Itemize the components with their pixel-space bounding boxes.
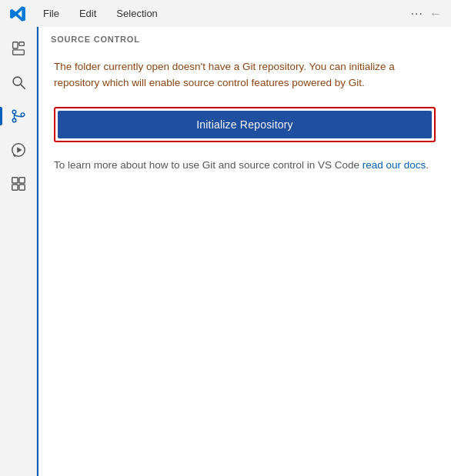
- activity-item-source-control[interactable]: [3, 101, 34, 131]
- learn-text-before: To learn more about how to use Git and s…: [54, 159, 362, 171]
- info-text: The folder currently open doesn't have a…: [54, 59, 436, 92]
- titlebar: File Edit Selection ··· ←: [0, 0, 451, 27]
- main-layout: SOURCE CONTROL The folder currently open…: [0, 27, 451, 476]
- titlebar-menu: File Edit Selection: [40, 6, 397, 21]
- svg-point-6: [12, 118, 16, 122]
- svg-rect-0: [12, 42, 17, 48]
- svg-point-7: [21, 113, 25, 117]
- activity-bar: [0, 27, 37, 476]
- svg-rect-15: [18, 185, 24, 190]
- activity-item-extensions[interactable]: [3, 168, 34, 199]
- svg-line-4: [21, 85, 25, 88]
- activity-item-explorer[interactable]: [3, 33, 34, 64]
- vscode-logo: [9, 5, 26, 22]
- panel-title: SOURCE CONTROL: [38, 27, 451, 50]
- initialize-repository-button[interactable]: Initialize Repository: [58, 111, 432, 138]
- read-docs-link[interactable]: read our docs: [362, 159, 426, 171]
- activity-item-run[interactable]: [3, 135, 34, 165]
- svg-rect-1: [12, 50, 24, 55]
- panel-content: The folder currently open doesn't have a…: [38, 50, 451, 476]
- extensions-icon: [9, 175, 28, 193]
- init-button-wrapper: Initialize Repository: [54, 107, 436, 142]
- learn-text: To learn more about how to use Git and s…: [54, 158, 436, 174]
- activity-item-search[interactable]: [3, 67, 34, 98]
- svg-rect-14: [12, 185, 17, 190]
- menu-file[interactable]: File: [40, 6, 62, 21]
- back-icon[interactable]: ←: [429, 7, 442, 21]
- menu-selection[interactable]: Selection: [113, 6, 160, 21]
- run-icon: [9, 141, 28, 159]
- source-control-panel: SOURCE CONTROL The folder currently open…: [37, 27, 451, 476]
- more-actions-icon[interactable]: ···: [411, 7, 423, 21]
- svg-marker-10: [17, 147, 22, 152]
- svg-point-3: [13, 77, 22, 85]
- explorer-icon: [9, 39, 28, 58]
- svg-point-5: [12, 110, 16, 114]
- svg-rect-13: [18, 178, 24, 183]
- search-icon: [9, 73, 28, 92]
- svg-rect-2: [18, 42, 23, 46]
- titlebar-actions: ··· ←: [411, 7, 442, 21]
- source-control-icon: [9, 107, 28, 125]
- svg-rect-12: [12, 178, 17, 183]
- learn-text-after: .: [426, 159, 429, 171]
- menu-edit[interactable]: Edit: [76, 6, 99, 21]
